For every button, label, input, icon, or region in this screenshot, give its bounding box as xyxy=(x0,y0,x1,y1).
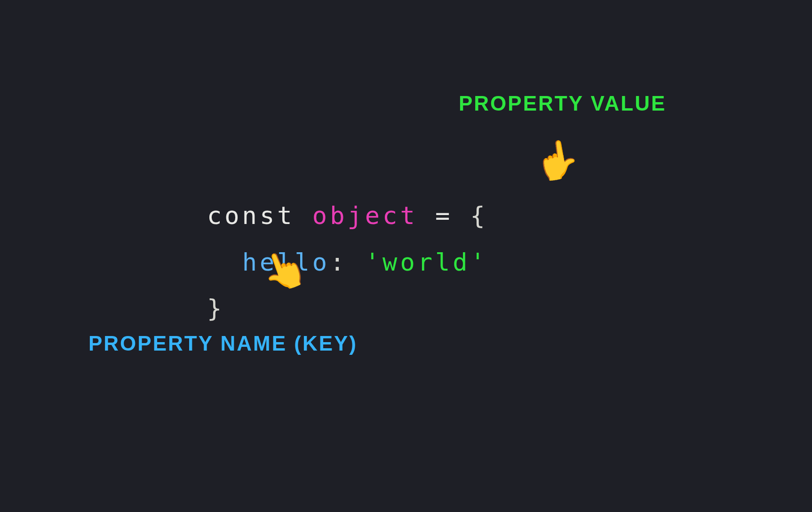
label-property-key: PROPERTY NAME (KEY) xyxy=(88,332,358,355)
token-indent xyxy=(207,248,242,276)
token-brace-close: } xyxy=(207,294,224,322)
token-equals: = xyxy=(418,201,470,230)
token-string-value: 'world' xyxy=(365,248,488,276)
token-identifier: object xyxy=(312,201,418,230)
code-snippet: const object = { hello: 'world' } xyxy=(207,146,488,332)
token-colon: : xyxy=(330,248,365,276)
diagram-canvas: PROPERTY VALUE const object = { hello: '… xyxy=(0,0,812,512)
token-keyword: const xyxy=(207,201,312,230)
label-property-value: PROPERTY VALUE xyxy=(459,92,666,115)
pointing-hand-icon: 👈 xyxy=(535,134,579,185)
token-brace-open: { xyxy=(470,201,488,230)
